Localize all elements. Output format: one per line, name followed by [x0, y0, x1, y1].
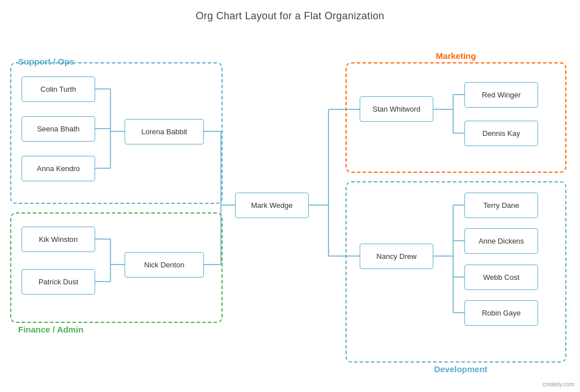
- node-lorena-babbit[interactable]: Lorena Babbit: [125, 119, 204, 144]
- group-finance-label: Finance / Admin: [18, 325, 83, 334]
- group-marketing-label: Marketing: [436, 51, 476, 61]
- node-nancy-drew[interactable]: Nancy Drew: [360, 244, 433, 269]
- node-dennis-kay[interactable]: Dennis Kay: [464, 121, 538, 146]
- node-kik-winston[interactable]: Kik Winston: [22, 227, 95, 252]
- group-support-label: Support / Ops: [18, 57, 74, 66]
- node-seena-bhath[interactable]: Seena Bhath: [22, 116, 95, 142]
- node-colin-turth[interactable]: Colin Turth: [22, 76, 95, 102]
- group-development-label: Development: [434, 364, 487, 374]
- node-anna-kendro[interactable]: Anna Kendro: [22, 156, 95, 181]
- node-mark-wedge[interactable]: Mark Wedge: [235, 193, 309, 218]
- node-robin-gaye[interactable]: Robin Gaye: [464, 300, 538, 326]
- node-red-winger[interactable]: Red Winger: [464, 82, 538, 108]
- node-nick-denton[interactable]: Nick Denton: [125, 252, 204, 278]
- node-anne-dickens[interactable]: Anne Dickens: [464, 228, 538, 254]
- node-terry-dane[interactable]: Terry Dane: [464, 193, 538, 218]
- chart-area: Support / Ops Finance / Admin Marketing …: [0, 31, 580, 392]
- node-patrick-dust[interactable]: Patrick Dust: [22, 269, 95, 295]
- watermark: creately.com: [543, 381, 574, 387]
- node-stan-whitword[interactable]: Stan Whitword: [360, 96, 433, 122]
- page-title: Org Chart Layout for a Flat Organization: [0, 0, 580, 22]
- node-webb-cost[interactable]: Webb Cost: [464, 265, 538, 290]
